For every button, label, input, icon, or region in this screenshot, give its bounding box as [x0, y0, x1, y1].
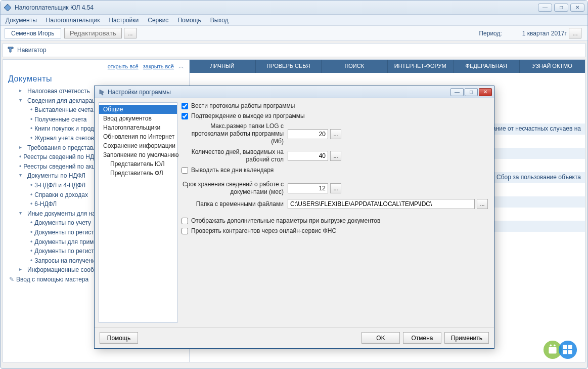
retention-label: Срок хранения сведений о работе с докуме…	[182, 181, 288, 196]
settings-nav-item[interactable]: Представитель ЮЛ	[99, 159, 177, 169]
retention-more[interactable]: ...	[330, 183, 341, 193]
log-size-input[interactable]	[288, 129, 328, 139]
tab-oktmo[interactable]: УЗНАЙ ОКТМО	[520, 60, 585, 73]
temp-input[interactable]	[288, 199, 475, 209]
expand-icon: ▾	[19, 209, 25, 217]
navigator-label: Навигатор	[17, 47, 47, 54]
svg-point-6	[559, 341, 577, 359]
temp-browse[interactable]: ...	[477, 199, 488, 209]
svg-rect-9	[563, 350, 567, 354]
settings-nav-item[interactable]: Заполнение по умолчанию	[99, 150, 177, 159]
maximize-button[interactable]: □	[554, 4, 568, 12]
ok-button[interactable]: OK	[361, 332, 400, 344]
tree-item-label: Справки о доходах	[34, 190, 88, 200]
tab-search[interactable]: ПОИСК	[322, 60, 388, 73]
settings-dialog: Настройки программы — □ ✕ ОбщиеВвод доку…	[94, 86, 494, 349]
settings-nav-item[interactable]: Налогоплательщики	[99, 123, 177, 132]
bullet-icon: •	[30, 105, 32, 115]
menu-documents[interactable]: Документы	[6, 17, 37, 24]
tree-item-label: Документы по НДФЛ	[27, 171, 85, 181]
cb-check-fns[interactable]: Проверять контрагентов через онлайн-серв…	[182, 227, 336, 234]
settings-nav-item[interactable]: Ввод документов	[99, 114, 177, 123]
days-more[interactable]: ...	[330, 151, 341, 161]
tab-strip: ЛИЧНЫЙ ПРОВЕРЬ СЕБЯ ПОИСК ИНТЕРНЕТ-ФОРУМ…	[190, 60, 585, 73]
apply-button[interactable]: Применить	[444, 332, 489, 344]
tree-item-label: 3-НДФЛ и 4-НДФЛ	[34, 181, 85, 190]
log-size-label: Макс.размер папки LOG с протоколами рабо…	[182, 122, 288, 145]
bullet-icon: •	[30, 237, 32, 247]
cb-log[interactable]: Вести протоколы работы программы	[182, 102, 295, 109]
close-button[interactable]: ✕	[570, 4, 584, 12]
settings-nav-item[interactable]: Сохранение информации	[99, 141, 177, 150]
menu-settings[interactable]: Настройки	[109, 17, 139, 24]
period-label: Период:	[479, 30, 502, 37]
app-icon	[4, 4, 12, 12]
expand-icon: ▾	[19, 96, 25, 104]
dialog-minimize-button[interactable]: —	[450, 88, 464, 96]
cb-check-fns-input[interactable]	[182, 228, 188, 234]
bullet-icon: •	[30, 190, 32, 200]
navigator-icon	[7, 46, 14, 55]
cb-confirm-exit-input[interactable]	[182, 113, 188, 119]
current-user[interactable]: Семенов Игорь	[5, 28, 61, 38]
dialog-close-button[interactable]: ✕	[479, 88, 492, 96]
collapse-icon[interactable]: ︿	[178, 63, 184, 69]
tree-item-label: Книги покупок и продаж	[34, 124, 101, 134]
settings-nav-item[interactable]: Общие	[99, 105, 177, 114]
dialog-footer: Помощь OK Отмена Применить	[95, 327, 494, 348]
windows-icon	[558, 340, 577, 359]
open-all-link[interactable]: открыть всё	[108, 63, 139, 69]
navigator-strip[interactable]: Навигатор	[3, 43, 585, 57]
user-more-button[interactable]: ...	[124, 28, 137, 38]
bullet-icon: •	[30, 124, 32, 134]
menu-help[interactable]: Помощь	[177, 17, 201, 24]
cancel-button[interactable]: Отмена	[403, 332, 441, 344]
cb-all-days-label: Выводить все дни календаря	[191, 167, 274, 174]
app-title: Налогоплательщик ЮЛ 4.54	[15, 4, 538, 11]
menu-taxpayer[interactable]: Налогоплательщик	[46, 17, 100, 24]
tab-forum[interactable]: ИНТЕРНЕТ-ФОРУМ	[388, 60, 454, 73]
close-all-link[interactable]: закрыть всё	[143, 63, 174, 69]
menu-service[interactable]: Сервис	[148, 17, 168, 24]
svg-marker-0	[4, 4, 11, 11]
cb-all-days[interactable]: Выводить все дни календаря	[182, 167, 274, 174]
settings-nav-item[interactable]: Обновления по Интернет	[99, 132, 177, 141]
cb-confirm-exit[interactable]: Подтверждение о выходе из программы	[182, 112, 305, 119]
expand-icon: ▸	[19, 143, 25, 151]
tree-item-label: Полученные счета	[34, 115, 86, 125]
dialog-title: Настройки программы	[108, 89, 171, 96]
expand-icon: ▾	[19, 171, 25, 179]
tree-item-label: Документы по учету	[34, 218, 91, 228]
dialog-maximize-button[interactable]: □	[465, 88, 478, 96]
cb-check-fns-label: Проверять контрагентов через онлайн-серв…	[191, 227, 336, 234]
minimize-button[interactable]: —	[538, 4, 552, 12]
svg-rect-3	[549, 347, 556, 353]
tab-federal[interactable]: ФЕДЕРАЛЬНАЯ	[454, 60, 520, 73]
toolbar: Семенов Игорь Редактировать ... Период: …	[1, 26, 587, 41]
edit-user-button[interactable]: Редактировать	[64, 28, 122, 38]
titlebar: Налогоплательщик ЮЛ 4.54 — □ ✕	[1, 1, 587, 15]
expand-icon: ▸	[19, 87, 25, 95]
period-more-button[interactable]: ...	[569, 28, 581, 38]
settings-nav: ОбщиеВвод документовНалогоплательщикиОбн…	[99, 102, 177, 323]
svg-point-5	[554, 345, 556, 347]
days-input[interactable]	[288, 151, 328, 161]
cb-extra-params-input[interactable]	[182, 218, 188, 224]
tree-item-label: Запросы на получение	[34, 256, 99, 266]
svg-marker-1	[8, 47, 13, 52]
help-button[interactable]: Помощь	[100, 332, 138, 344]
bullet-icon: •	[30, 115, 32, 125]
cb-extra-params[interactable]: Отображать дополнительные параметры при …	[182, 217, 380, 224]
retention-input[interactable]	[288, 183, 328, 193]
tab-check[interactable]: ПРОВЕРЬ СЕБЯ	[256, 60, 322, 73]
cb-all-days-input[interactable]	[182, 167, 188, 174]
expand-icon: ▸	[19, 265, 25, 273]
menu-exit[interactable]: Выход	[210, 17, 229, 24]
svg-rect-10	[568, 350, 572, 354]
tab-personal[interactable]: ЛИЧНЫЙ	[190, 60, 256, 73]
log-size-more[interactable]: ...	[330, 129, 341, 139]
settings-nav-item[interactable]: Представитель ФЛ	[99, 169, 177, 178]
bullet-icon: •	[30, 228, 32, 237]
cb-log-input[interactable]	[182, 103, 188, 109]
bullet-icon: •	[30, 247, 32, 256]
